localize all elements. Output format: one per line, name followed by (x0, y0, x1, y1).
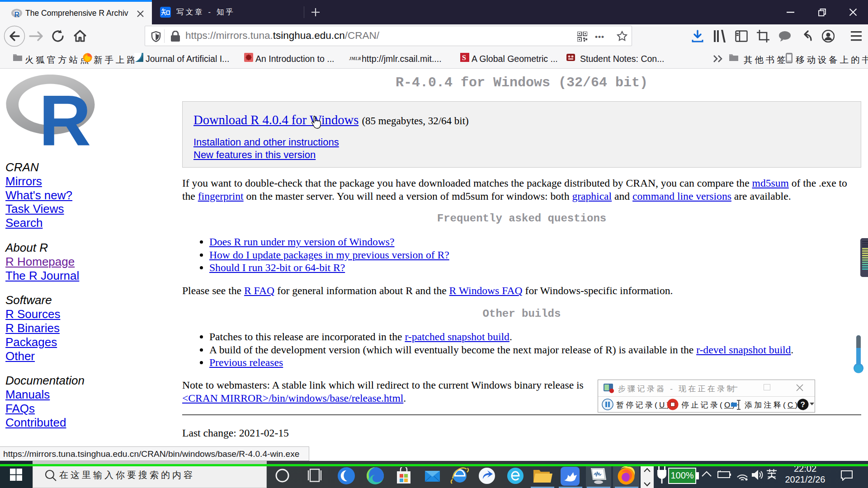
svg-text:JMLR: JMLR (349, 56, 361, 61)
svg-text:R: R (39, 80, 91, 150)
svg-text:?: ? (801, 400, 805, 409)
svg-text:S: S (462, 54, 466, 61)
svg-text:R: R (14, 11, 20, 19)
